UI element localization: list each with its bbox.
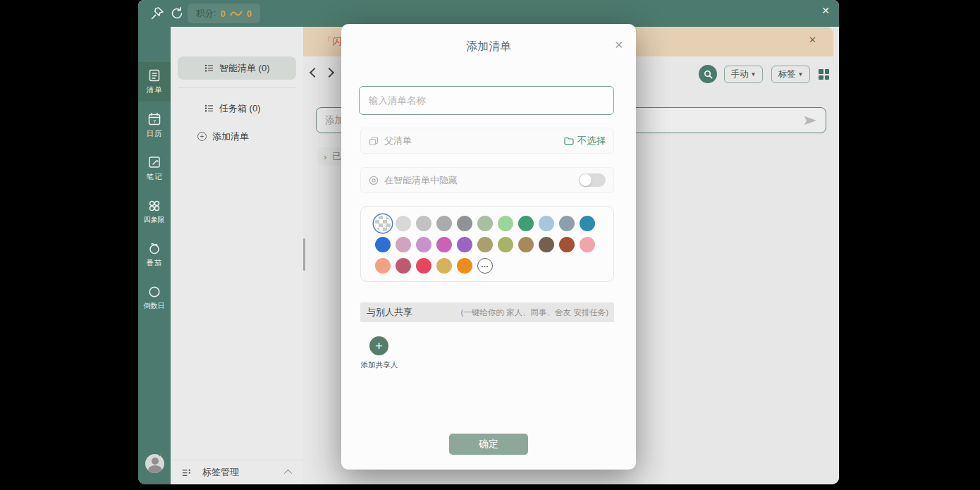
add-member-button[interactable]: + — [369, 336, 388, 355]
nav-item-calendar[interactable]: 7 日历 — [138, 106, 171, 145]
top-bar: 积分: 0 0 ✕ — [138, 0, 839, 27]
banner-close-button[interactable]: ✕ — [809, 35, 816, 45]
task-box-icon — [204, 104, 214, 113]
nav-item-pomodoro[interactable]: 番茄 — [138, 235, 171, 274]
color-palette: ••• — [360, 206, 614, 282]
color-swatch[interactable] — [498, 216, 513, 231]
color-swatch[interactable] — [477, 216, 493, 231]
toggle-knob — [580, 174, 592, 186]
list-sidebar: 智能清单 (0) 任务箱 (0) + 添加清单 标签管理 — [171, 27, 303, 484]
back-arrow-button[interactable] — [310, 68, 319, 78]
screen: 积分: 0 0 ✕ 清单 7 日历 — [0, 0, 980, 490]
list-name-input[interactable] — [359, 86, 614, 115]
color-swatch[interactable] — [396, 258, 411, 274]
send-icon[interactable] — [803, 115, 817, 126]
view-grid-icon[interactable] — [819, 69, 829, 80]
hide-in-smart-list-row: 在智能清单中隐藏 — [360, 167, 614, 193]
sidebar-item-smart-lists[interactable]: 智能清单 (0) — [178, 56, 296, 80]
color-swatch[interactable] — [457, 237, 472, 252]
note-icon — [147, 155, 161, 169]
add-list-dialog: 添加清单 ✕ 父清单 不选择 在智能清单中隐藏 ••• 与别人共享 — [341, 24, 636, 470]
sidebar-item-label: 智能清单 (0) — [219, 62, 270, 75]
tomato-icon — [147, 241, 161, 255]
nav-item-notes[interactable]: 笔记 — [138, 149, 171, 188]
eye-icon — [369, 176, 379, 185]
confirm-button[interactable]: 确定 — [449, 434, 528, 455]
color-swatch[interactable] — [518, 216, 534, 231]
hide-toggle[interactable] — [579, 173, 606, 187]
color-swatch[interactable] — [457, 216, 472, 231]
color-swatch[interactable] — [436, 237, 452, 252]
tag-management-icon — [182, 468, 191, 477]
dialog-close-button[interactable]: ✕ — [614, 39, 623, 51]
color-swatch[interactable] — [436, 258, 452, 274]
window-close-button[interactable]: ✕ — [816, 1, 835, 20]
color-swatch[interactable] — [457, 258, 472, 274]
color-swatch[interactable] — [518, 237, 534, 252]
svg-text:7: 7 — [153, 118, 156, 125]
hide-label: 在智能清单中隐藏 — [384, 174, 458, 187]
color-swatch[interactable] — [539, 216, 554, 231]
pin-window-icon[interactable] — [149, 6, 165, 21]
chevron-down-icon: ▼ — [798, 71, 804, 78]
sidebar-item-add-list[interactable]: + 添加清单 — [178, 125, 296, 148]
more-colors-button[interactable]: ••• — [477, 258, 493, 274]
nav-item-lists[interactable]: 清单 — [138, 62, 171, 102]
nav-label: 清单 — [147, 85, 163, 94]
collapsed-group-label: 已 — [332, 150, 341, 163]
sort-mode-button[interactable]: 手动 ▼ — [724, 66, 763, 83]
forward-arrow-button[interactable] — [324, 68, 334, 78]
sort-mode-label: 手动 — [731, 68, 749, 80]
chevron-up-icon[interactable] — [284, 470, 292, 477]
sidebar-item-label: 添加清单 — [212, 130, 249, 143]
calendar-icon: 7 — [147, 112, 161, 126]
sidebar-item-label: 标签管理 — [202, 466, 239, 479]
color-swatch[interactable] — [539, 237, 554, 252]
countdown-icon — [147, 285, 161, 299]
nav-rail: 清单 7 日历 笔记 四象限 — [138, 27, 171, 484]
search-icon — [703, 69, 713, 80]
nav-label: 笔记 — [147, 171, 163, 181]
color-swatch[interactable] — [396, 237, 411, 252]
color-swatch[interactable] — [375, 258, 391, 274]
scrollbar-thumb[interactable] — [303, 238, 305, 271]
sidebar-item-inbox[interactable]: 任务箱 (0) — [178, 97, 296, 120]
nav-label: 四象限 — [144, 215, 165, 224]
color-swatch[interactable] — [396, 216, 411, 231]
tag-filter-label: 标签 — [778, 68, 796, 80]
nav-item-countdown[interactable]: 倒数日 — [138, 278, 171, 317]
color-swatch[interactable] — [559, 237, 575, 252]
color-swatch-transparent[interactable] — [375, 216, 391, 231]
color-swatch[interactable] — [559, 216, 575, 231]
color-swatch[interactable] — [416, 216, 431, 231]
color-swatch[interactable] — [375, 237, 391, 252]
parent-list-value-text: 不选择 — [577, 135, 606, 147]
nav-item-quadrant[interactable]: 四象限 — [138, 192, 171, 231]
search-button[interactable] — [699, 65, 717, 83]
color-swatch[interactable] — [498, 237, 513, 252]
avatar-body — [148, 465, 162, 473]
points-badge[interactable]: 积分: 0 0 — [188, 4, 260, 23]
parent-list-row[interactable]: 父清单 不选择 — [360, 128, 614, 154]
color-swatch[interactable] — [436, 216, 452, 231]
color-swatch[interactable] — [416, 237, 431, 252]
share-title: 与别人共享 — [367, 306, 412, 319]
share-hint: (一键给你的 家人、同事、舍友 安排任务) — [460, 307, 608, 318]
folder-icon — [564, 136, 574, 146]
add-member-label: 添加共享人 — [357, 360, 402, 370]
color-swatch[interactable] — [416, 258, 431, 274]
parent-list-value[interactable]: 不选择 — [564, 135, 606, 147]
smart-list-icon — [204, 63, 214, 73]
sidebar-item-tag-management[interactable]: 标签管理 — [171, 460, 303, 484]
avatar-head — [152, 458, 159, 465]
tag-filter-button[interactable]: 标签 ▼ — [771, 66, 810, 83]
share-section-header: 与别人共享 (一键给你的 家人、同事、舍友 安排任务) — [360, 302, 614, 322]
plus-circle-icon: + — [197, 132, 207, 141]
points-value: 0 — [220, 8, 225, 19]
sync-icon[interactable] — [169, 6, 185, 21]
nav-label: 日历 — [147, 128, 163, 138]
color-swatch[interactable] — [580, 216, 595, 231]
color-swatch[interactable] — [580, 237, 595, 252]
color-swatch[interactable] — [477, 237, 493, 252]
collapse-arrow-icon: › — [324, 152, 326, 162]
